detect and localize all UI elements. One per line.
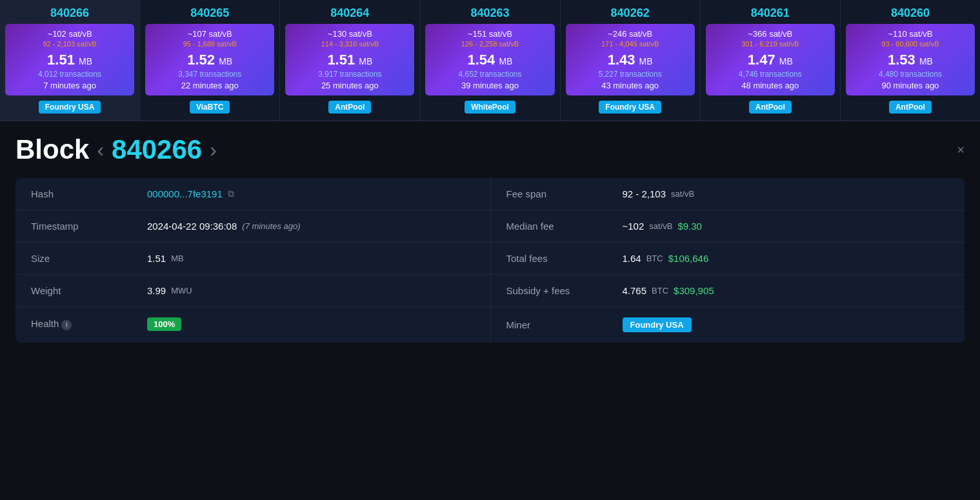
median-fee-unit: sat/vB [649, 221, 672, 231]
detail-right-col: Fee span 92 - 2,103 sat/vB Median fee ~1… [490, 178, 965, 343]
detail-row-timestamp: Timestamp 2024-04-22 09:36:08 (7 minutes… [15, 210, 490, 243]
carousel-time-ago: 48 minutes ago [711, 81, 830, 90]
total-fees-unit: BTC [646, 254, 663, 263]
carousel-block-number: 840263 [425, 6, 554, 20]
carousel-block-number: 840265 [145, 6, 274, 20]
carousel-block-size: 1.51 MB [290, 52, 409, 68]
row-label: Subsidy + fees [506, 285, 623, 296]
carousel-tx-count: 4,012 transactions [10, 70, 129, 79]
row-value: 000000...7fe3191 ⧉ [147, 188, 234, 199]
block-card-840264[interactable]: 840264 ~130 sat/vB 114 - 3,316 sat/vB 1.… [280, 0, 420, 120]
carousel-block-size: 1.53 MB [851, 52, 970, 68]
row-value: 1.51 MB [147, 253, 184, 264]
detail-row-median-fee: Median fee ~102 sat/vB $9.30 [491, 210, 965, 243]
detail-row-total-fees: Total fees 1.64 BTC $106,646 [491, 243, 965, 275]
health-info-icon[interactable]: i [61, 320, 72, 330]
hash-value[interactable]: 000000...7fe3191 [147, 188, 223, 199]
subsidy-usd: $309,905 [674, 285, 714, 296]
carousel-block-inner: ~130 sat/vB 114 - 3,316 sat/vB 1.51 MB 3… [285, 24, 414, 95]
carousel-block-inner: ~246 sat/vB 171 - 4,045 sat/vB 1.43 MB 5… [566, 24, 695, 95]
next-block-arrow[interactable]: › [210, 138, 217, 162]
carousel-block-number: 840264 [285, 6, 414, 20]
carousel-time-ago: 90 minutes ago [851, 81, 970, 90]
close-button[interactable]: × [957, 143, 965, 157]
carousel-miner-badge[interactable]: ViaBTC [190, 101, 230, 114]
carousel-tx-count: 4,652 transactions [430, 70, 549, 79]
carousel-time-ago: 22 minutes ago [150, 81, 269, 90]
detail-row-subsidy-fees: Subsidy + fees 4.765 BTC $309,905 [491, 275, 965, 307]
median-fee-value: ~102 [623, 221, 645, 232]
carousel-sat-range: 301 - 6,219 sat/vB [711, 40, 830, 48]
carousel-time-ago: 25 minutes ago [290, 81, 409, 90]
carousel-miner-badge[interactable]: Foundry USA [39, 101, 101, 114]
detail-grid: Hash 000000...7fe3191 ⧉ Timestamp 2024-0… [15, 178, 965, 343]
block-card-840261[interactable]: 840261 ~366 sat/vB 301 - 6,219 sat/vB 1.… [701, 0, 841, 120]
block-label: Block [15, 134, 89, 165]
carousel-block-size: 1.51 MB [10, 52, 129, 68]
row-value: 2024-04-22 09:36:08 (7 minutes ago) [147, 221, 301, 232]
row-value: 4.765 BTC $309,905 [623, 285, 714, 296]
detail-row-weight: Weight 3.99 MWU [15, 275, 490, 307]
carousel-block-inner: ~107 sat/vB 95 - 1,688 sat/vB 1.52 MB 3,… [145, 24, 274, 95]
carousel-block-inner: ~110 sat/vB 93 - 80,600 sat/vB 1.53 MB 4… [846, 24, 975, 95]
row-value: 92 - 2,103 sat/vB [623, 188, 695, 199]
carousel-sat-rate: ~366 sat/vB [711, 29, 830, 39]
carousel-block-size: 1.47 MB [711, 52, 830, 68]
row-label: Size [31, 253, 147, 264]
carousel-block-inner: ~151 sat/vB 126 - 2,258 sat/vB 1.54 MB 4… [425, 24, 554, 95]
row-value: Foundry USA [623, 317, 692, 332]
block-card-840263[interactable]: 840263 ~151 sat/vB 126 - 2,258 sat/vB 1.… [420, 0, 560, 120]
row-value: 1.64 BTC $106,646 [623, 253, 709, 264]
carousel-sat-range: 171 - 4,045 sat/vB [571, 40, 690, 48]
block-card-840260[interactable]: 840260 ~110 sat/vB 93 - 80,600 sat/vB 1.… [841, 0, 980, 120]
block-detail: Block ‹ 840266 › × Hash 000000...7fe3191… [0, 121, 980, 343]
block-number: 840266 [112, 134, 202, 165]
copy-icon[interactable]: ⧉ [228, 188, 234, 199]
median-fee-usd: $9.30 [677, 221, 702, 232]
weight-value: 3.99 [147, 285, 166, 296]
carousel-sat-range: 114 - 3,316 sat/vB [290, 40, 409, 48]
block-card-840265[interactable]: 840265 ~107 sat/vB 95 - 1,688 sat/vB 1.5… [140, 0, 280, 120]
carousel-miner-badge[interactable]: WhitePool [465, 101, 515, 114]
carousel-time-ago: 7 minutes ago [10, 81, 129, 90]
prev-block-arrow[interactable]: ‹ [97, 138, 104, 162]
timestamp-relative: (7 minutes ago) [242, 221, 300, 231]
row-value: 3.99 MWU [147, 285, 192, 296]
carousel-sat-rate: ~246 sat/vB [571, 29, 690, 39]
carousel-block-size: 1.54 MB [430, 52, 549, 68]
miner-badge-detail[interactable]: Foundry USA [623, 317, 692, 332]
detail-row-miner: Miner Foundry USA [491, 307, 965, 343]
row-value: 100% [147, 317, 181, 331]
block-card-840266[interactable]: 840266 ~102 sat/vB 92 - 2,103 sat/vB 1.5… [0, 0, 140, 120]
total-fees-usd: $106,646 [668, 253, 709, 264]
row-label: Total fees [506, 253, 623, 264]
health-badge: 100% [147, 317, 181, 331]
carousel-tx-count: 4,480 transactions [851, 70, 970, 79]
carousel-miner-badge[interactable]: AntPool [749, 101, 792, 114]
row-label: Fee span [506, 188, 623, 199]
carousel-block-size: 1.52 MB [150, 52, 269, 68]
carousel-miner-badge[interactable]: AntPool [889, 101, 932, 114]
carousel-miner-badge[interactable]: AntPool [328, 101, 371, 114]
carousel-miner-badge[interactable]: Foundry USA [599, 101, 661, 114]
detail-row-fee-span: Fee span 92 - 2,103 sat/vB [491, 178, 965, 210]
size-value: 1.51 [147, 253, 166, 264]
row-label: Hash [31, 188, 147, 199]
weight-unit: MWU [171, 286, 192, 295]
carousel-tx-count: 3,917 transactions [290, 70, 409, 79]
row-label: Miner [506, 319, 623, 330]
detail-left-col: Hash 000000...7fe3191 ⧉ Timestamp 2024-0… [15, 178, 490, 343]
carousel-tx-count: 4,746 transactions [711, 70, 830, 79]
row-label: Weight [31, 285, 147, 296]
row-value: ~102 sat/vB $9.30 [623, 221, 702, 232]
fee-span-unit: sat/vB [671, 189, 694, 199]
detail-row-hash: Hash 000000...7fe3191 ⧉ [15, 178, 490, 210]
timestamp-value: 2024-04-22 09:36:08 [147, 221, 237, 232]
detail-row-size: Size 1.51 MB [15, 243, 490, 275]
row-label: Timestamp [31, 221, 147, 232]
block-carousel: 840266 ~102 sat/vB 92 - 2,103 sat/vB 1.5… [0, 0, 980, 121]
block-card-840262[interactable]: 840262 ~246 sat/vB 171 - 4,045 sat/vB 1.… [561, 0, 701, 120]
subsidy-value: 4.765 [623, 285, 647, 296]
carousel-sat-rate: ~107 sat/vB [150, 29, 269, 39]
carousel-sat-rate: ~130 sat/vB [290, 29, 409, 39]
